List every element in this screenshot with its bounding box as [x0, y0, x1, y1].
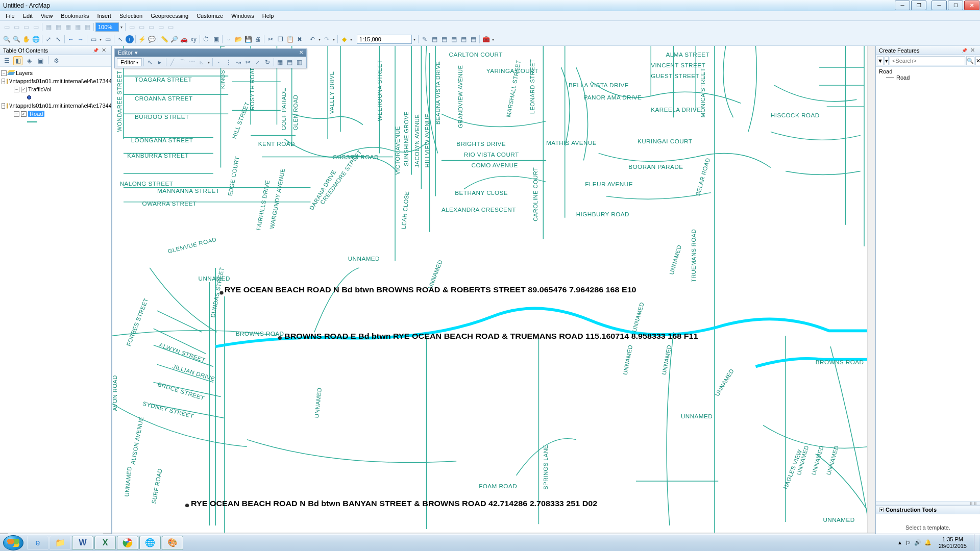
menu-help[interactable]: Help: [259, 12, 278, 20]
zoom-in-icon[interactable]: 🔍: [2, 35, 11, 44]
menu-geoprocessing[interactable]: Geoprocessing: [147, 12, 192, 20]
tb-btn-icon[interactable]: ▦: [63, 22, 72, 32]
tb-btn-icon[interactable]: ▭: [146, 22, 156, 32]
delete-icon[interactable]: ✖: [295, 35, 304, 44]
clear-selection-icon[interactable]: ▭: [103, 35, 112, 44]
find-route-icon[interactable]: 🚗: [179, 35, 188, 44]
dropdown-icon[interactable]: ▾: [207, 60, 211, 65]
taskbar-explorer-icon[interactable]: 📁: [50, 536, 71, 550]
tray-flag-icon[interactable]: 🏳: [905, 540, 911, 546]
paste-icon[interactable]: 📋: [285, 35, 295, 44]
menu-edit[interactable]: Edit: [19, 12, 36, 20]
tb-btn-icon[interactable]: ▭: [31, 22, 40, 32]
editor-toolbar-icon[interactable]: ✎: [420, 35, 429, 44]
arc-segment-icon[interactable]: ⌒: [178, 58, 187, 67]
pin-icon[interactable]: 📌: [92, 48, 100, 53]
open-icon[interactable]: 📂: [234, 35, 243, 44]
dropdown-icon[interactable]: ▾: [99, 37, 103, 42]
search-window-icon[interactable]: ▤: [449, 35, 458, 44]
editor-toolbar[interactable]: Editor ▾ ✕ Editor▾ ↖ ▸ ╱ ⌒ 〰 ⊾ ▾ · ⋮ ↝ ✂: [114, 48, 307, 68]
dropdown-icon[interactable]: ▾: [412, 37, 416, 42]
new-icon[interactable]: ▫: [224, 35, 233, 44]
tree-layer-road[interactable]: −✓ Road: [1, 110, 110, 118]
dropdown-icon[interactable]: ▾: [119, 25, 124, 30]
trace-icon[interactable]: 〰: [187, 58, 197, 67]
pin-icon[interactable]: 📌: [961, 48, 968, 53]
tray-up-icon[interactable]: ▲: [897, 540, 902, 545]
menu-customize[interactable]: Customize: [193, 12, 227, 20]
tree-layer-trafficvol[interactable]: −✓ TrafficVol: [1, 85, 110, 93]
editor-dropdown-icon[interactable]: ▾: [135, 49, 138, 56]
list-drawing-order-icon[interactable]: ☰: [2, 56, 11, 65]
toolbox-icon[interactable]: 🧰: [481, 35, 491, 44]
python-icon[interactable]: ▤: [459, 35, 468, 44]
minimize-button[interactable]: ─: [895, 1, 910, 10]
tray-action-icon[interactable]: 🔔: [924, 539, 932, 546]
filter2-icon[interactable]: ▾: [885, 56, 889, 65]
show-desktop-button[interactable]: [974, 534, 979, 551]
dropdown-icon[interactable]: ▾: [317, 37, 322, 42]
pointer-icon[interactable]: ↖: [116, 35, 125, 44]
tree-group[interactable]: − \\ntapprdfs01n01.rmit.internal\el4\e17…: [1, 102, 110, 110]
tb-btn-icon[interactable]: ▭: [12, 22, 21, 32]
filter-icon[interactable]: ▼: [877, 56, 884, 65]
tray-network-icon[interactable]: 🔊: [914, 539, 921, 546]
undo-icon[interactable]: ↶: [308, 35, 317, 44]
taskbar-ie-icon[interactable]: e: [27, 536, 48, 550]
save-icon[interactable]: 💾: [243, 35, 253, 44]
toc-icon[interactable]: ▤: [430, 35, 439, 44]
map-vscrollbar[interactable]: [867, 46, 875, 533]
dropdown-icon[interactable]: ▾: [332, 37, 336, 42]
print-icon[interactable]: 🖨: [253, 35, 262, 44]
forward-icon[interactable]: →: [76, 35, 85, 44]
editor-menu-dropdown[interactable]: Editor▾: [117, 58, 142, 66]
tree-root[interactable]: − Layers: [1, 69, 110, 77]
taskbar-word-icon[interactable]: W: [72, 536, 93, 550]
hyperlink-icon[interactable]: ⚡: [137, 35, 146, 44]
expand-icon[interactable]: ▾: [879, 508, 884, 512]
edit-annotation-icon[interactable]: ▸: [155, 58, 164, 67]
dropdown-icon[interactable]: ▾: [491, 37, 495, 42]
close-button[interactable]: ✕: [964, 1, 979, 10]
template-item-road[interactable]: Road: [879, 74, 977, 81]
tb-btn-icon[interactable]: ▭: [127, 22, 136, 32]
search-icon[interactable]: 🔍: [966, 56, 974, 65]
list-source-icon[interactable]: ◧: [13, 56, 22, 65]
close-icon[interactable]: ✕: [100, 47, 108, 54]
toc-header[interactable]: Table Of Contents 📌 ✕: [0, 46, 111, 55]
tb-btn-icon[interactable]: ▦: [73, 22, 82, 32]
options-icon[interactable]: ⚙: [52, 56, 61, 65]
menu-bookmarks[interactable]: Bookmarks: [57, 12, 92, 20]
attributes-icon[interactable]: ▦: [276, 58, 285, 67]
list-visibility-icon[interactable]: ◈: [24, 56, 34, 65]
measure-icon[interactable]: 📏: [160, 35, 169, 44]
redo-icon[interactable]: ↷: [322, 35, 331, 44]
template-search-input[interactable]: [890, 56, 965, 65]
map-canvas[interactable]: RYE OCEAN BEACH ROAD N Bd btwn BROWNS RO…: [112, 46, 875, 533]
select-icon[interactable]: ▭: [89, 35, 98, 44]
back-icon[interactable]: ←: [66, 35, 76, 44]
cut-polygons-icon[interactable]: ✂: [243, 58, 253, 67]
taskbar-paint-icon[interactable]: 🎨: [162, 536, 183, 550]
copy-icon[interactable]: ❐: [276, 35, 285, 44]
taskbar-arcmap-icon[interactable]: 🌐: [139, 536, 161, 550]
tree-group[interactable]: − \\ntapprdfs01n01.rmit.internal\el4\e17…: [1, 77, 110, 85]
goto-xy-icon[interactable]: xy: [189, 35, 198, 44]
find-icon[interactable]: 🔎: [169, 35, 179, 44]
full-extent-icon[interactable]: 🌐: [31, 35, 40, 44]
zoom-percent-input[interactable]: [95, 22, 119, 32]
resize-grip[interactable]: ⣿⣿: [876, 501, 980, 505]
dropdown-icon[interactable]: ▾: [349, 37, 353, 42]
straight-segment-icon[interactable]: ╱: [168, 58, 177, 67]
create-features-icon[interactable]: ▥: [295, 58, 304, 67]
html-popup-icon[interactable]: 💬: [147, 35, 156, 44]
tb-btn-icon[interactable]: ▭: [156, 22, 165, 32]
list-selection-icon[interactable]: ▣: [36, 56, 45, 65]
tb-btn-icon[interactable]: ▭: [21, 22, 31, 32]
fixed-zoom-in-icon[interactable]: ⤢: [44, 35, 53, 44]
edit-tool-icon[interactable]: ↖: [145, 58, 155, 67]
cut-icon[interactable]: ✂: [266, 35, 275, 44]
reshape-icon[interactable]: ↝: [234, 58, 243, 67]
edit-vertices-icon[interactable]: ⋮: [224, 58, 233, 67]
restore-button[interactable]: ❐: [911, 1, 926, 10]
